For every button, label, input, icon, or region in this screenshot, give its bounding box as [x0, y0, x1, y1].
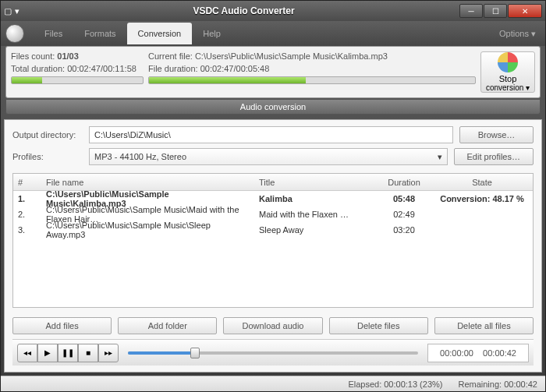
- add-files-button[interactable]: Add files: [12, 317, 112, 334]
- profiles-label: Profiles:: [12, 152, 83, 161]
- cell-filename: C:\Users\Public\Music\Sample Music\Sleep…: [41, 221, 254, 239]
- tab-help[interactable]: Help: [192, 23, 232, 44]
- total-progress-bar: [11, 76, 144, 84]
- sys-dropdown-icon[interactable]: ▾: [15, 6, 20, 16]
- delete-all-button[interactable]: Delete all files: [434, 317, 534, 334]
- file-progress-bar: [148, 76, 476, 84]
- col-num[interactable]: #: [13, 178, 41, 187]
- col-title[interactable]: Title: [254, 178, 377, 187]
- cell-title: Sleep Away: [254, 225, 377, 235]
- table-row[interactable]: 2.C:\Users\Public\Music\Sample Music\Mai…: [13, 207, 533, 222]
- titlebar[interactable]: ▢ ▾ VSDC Audio Converter ─ ☐ ✕: [1, 1, 545, 21]
- sys-icon-area: ▢ ▾: [4, 6, 20, 16]
- time-right: 00:00:42: [483, 348, 516, 358]
- total-progress-fill: [12, 77, 42, 83]
- download-audio-button[interactable]: Download audio: [223, 317, 322, 334]
- tab-formats[interactable]: Formats: [73, 23, 126, 44]
- play-button[interactable]: ▶: [37, 344, 58, 362]
- file-duration-label: File duration:: [148, 64, 198, 73]
- seek-handle[interactable]: [190, 348, 200, 358]
- app-logo-icon: [5, 24, 24, 43]
- files-count: 01/03: [57, 51, 79, 61]
- output-dir-label: Output directory:: [12, 130, 83, 139]
- prev-button[interactable]: ◂◂: [17, 344, 37, 362]
- current-file-label: Current file:: [148, 51, 193, 61]
- maximize-button[interactable]: ☐: [484, 4, 507, 18]
- col-filename[interactable]: File name: [41, 178, 254, 187]
- table-row[interactable]: 3.C:\Users\Public\Music\Sample Music\Sle…: [13, 222, 533, 238]
- edit-profiles-button[interactable]: Edit profiles…: [454, 148, 534, 165]
- cell-duration: 03:20: [377, 225, 431, 235]
- stop-conv-label: conversion ▾: [486, 83, 530, 92]
- browse-button[interactable]: Browse…: [459, 126, 534, 143]
- file-progress-fill: [149, 77, 306, 83]
- cell-duration: 05:48: [377, 194, 431, 203]
- player-bar: ◂◂ ▶ ❚❚ ■ ▸▸ 00:00:00 00:00:42: [12, 339, 534, 366]
- delete-files-button[interactable]: Delete files: [329, 317, 428, 334]
- menubar: Files Formats Conversion Help Options ▾: [1, 21, 545, 46]
- app-window: ▢ ▾ VSDC Audio Converter ─ ☐ ✕ Files For…: [0, 0, 546, 392]
- status-panel: Files count: 01/03 Total duration: 00:02…: [5, 46, 541, 98]
- window-title: VSDC Audio Converter: [29, 5, 459, 16]
- remaining-value: 00:00:42: [504, 380, 537, 389]
- cell-num: 2.: [13, 210, 41, 219]
- status-banner: Audio conversion: [5, 100, 541, 115]
- time-left: 00:00:00: [440, 348, 473, 358]
- next-button[interactable]: ▸▸: [98, 344, 119, 362]
- status-line: Elapsed: 00:00:13 (23%) Remaining: 00:00…: [1, 376, 545, 391]
- seek-fill: [128, 351, 195, 355]
- elapsed-label: Elapsed:: [348, 380, 381, 389]
- total-duration-label: Total duration:: [11, 64, 65, 73]
- file-duration: 00:02:47/00:05:48: [200, 64, 270, 73]
- sys-icon: ▢: [4, 6, 12, 16]
- current-file: C:\Users\Public\Music\Sample Music\Kalim…: [195, 51, 388, 61]
- tab-conversion[interactable]: Conversion: [127, 23, 193, 44]
- stop-icon: [498, 52, 518, 72]
- seek-slider[interactable]: [128, 351, 418, 355]
- stop-conversion-button[interactable]: Stop conversion ▾: [480, 51, 535, 93]
- cell-title: Maid with the Flaxen …: [254, 210, 377, 219]
- table-header: # File name Title Duration State: [13, 174, 533, 191]
- output-dir-input[interactable]: [89, 126, 453, 143]
- chevron-down-icon: ▾: [438, 152, 442, 162]
- cell-num: 1.: [13, 194, 41, 203]
- profile-dropdown[interactable]: MP3 - 44100 Hz, Stereo ▾: [89, 148, 448, 165]
- add-folder-button[interactable]: Add folder: [118, 317, 217, 334]
- cell-title: Kalimba: [254, 194, 377, 203]
- pause-button[interactable]: ❚❚: [58, 344, 78, 362]
- tab-files[interactable]: Files: [34, 23, 73, 44]
- file-table: # File name Title Duration State 1.C:\Us…: [12, 173, 534, 308]
- profile-value: MP3 - 44100 Hz, Stereo: [94, 152, 186, 161]
- table-row[interactable]: 1.C:\Users\Public\Music\Sample Music\Kal…: [13, 191, 533, 207]
- table-body: 1.C:\Users\Public\Music\Sample Music\Kal…: [13, 191, 533, 238]
- cell-state: Conversion: 48.17 %: [431, 194, 533, 203]
- stop-label: Stop: [499, 74, 517, 83]
- stop-button[interactable]: ■: [78, 344, 98, 362]
- col-state[interactable]: State: [431, 178, 533, 187]
- remaining-label: Remaining:: [458, 380, 502, 389]
- files-count-label: Files count:: [11, 51, 55, 61]
- col-duration[interactable]: Duration: [377, 178, 431, 187]
- cell-num: 3.: [13, 225, 41, 235]
- main-content: Output directory: Browse… Profiles: MP3 …: [4, 119, 542, 373]
- minimize-button[interactable]: ─: [459, 4, 483, 18]
- close-button[interactable]: ✕: [508, 4, 542, 18]
- options-menu[interactable]: Options ▾: [232, 29, 541, 39]
- total-duration: 00:02:47/00:11:58: [67, 64, 136, 73]
- time-display: 00:00:00 00:00:42: [427, 344, 529, 362]
- elapsed-value: 00:00:13 (23%): [384, 380, 442, 389]
- cell-duration: 02:49: [377, 210, 431, 219]
